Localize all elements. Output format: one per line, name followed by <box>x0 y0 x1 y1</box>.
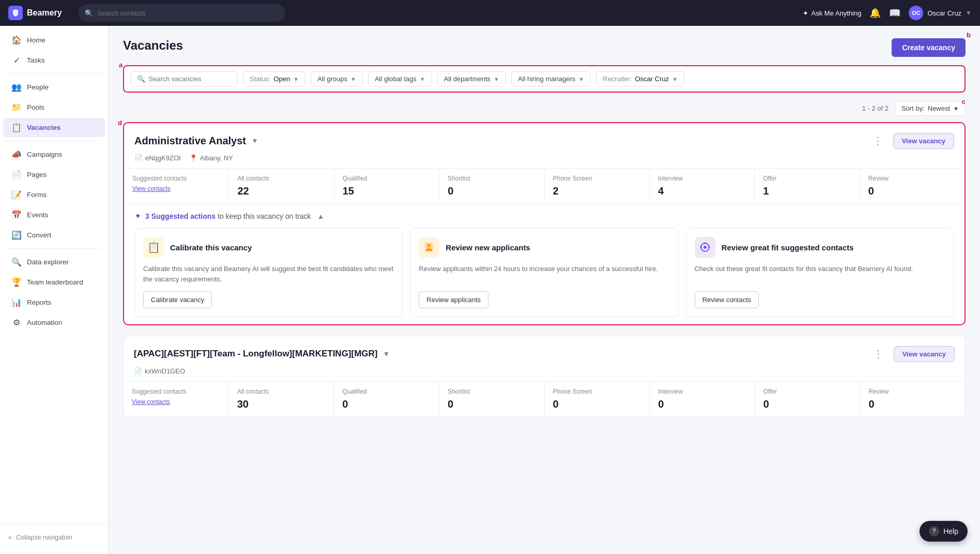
status-filter[interactable]: Status: Open ▼ <box>243 71 305 86</box>
v2-stats-cell-all: All contacts 30 <box>229 382 334 416</box>
offer-value: 1 <box>763 185 851 197</box>
vacancy1-location: Albany, NY <box>200 154 233 162</box>
vacancy2-more-button[interactable]: ⋮ <box>869 346 887 362</box>
chevron-down-icon: ▼ <box>494 76 499 82</box>
suggested-actions-header: ✦ 3 Suggested actions to keep this vacan… <box>134 211 954 221</box>
sidebar-divider-1 <box>6 73 102 74</box>
groups-filter[interactable]: All groups ▼ <box>311 71 363 86</box>
page-title: Vacancies <box>123 38 183 53</box>
svg-point-1 <box>427 244 431 247</box>
layout: 🏠 Home ✓ Tasks 👥 People 📁 Pools 📋 Vacanc… <box>0 26 980 554</box>
suggested-actions-title: 3 Suggested actions to keep this vacancy… <box>145 212 311 220</box>
chevron-up-icon[interactable]: ▲ <box>317 212 325 220</box>
review-applicants-button[interactable]: Review applicants <box>419 291 488 308</box>
stats-cell-offer: Offer 1 <box>755 169 860 203</box>
vacancy1-id: eNqgK9ZOI <box>145 154 181 162</box>
navbar-logo[interactable]: Beamery <box>8 6 70 20</box>
search-vacancies-input[interactable] <box>148 75 231 83</box>
calibrate-vacancy-button[interactable]: Calibrate vacancy <box>143 291 212 308</box>
sidebar-item-reports[interactable]: 📊 Reports <box>3 293 105 312</box>
sidebar-item-events[interactable]: 📅 Events <box>3 205 105 224</box>
sidebar: 🏠 Home ✓ Tasks 👥 People 📁 Pools 📋 Vacanc… <box>0 26 109 554</box>
sidebar-item-convert[interactable]: 🔄 Convert <box>3 226 105 245</box>
actions-grid: 📋 Calibrate this vacancy Calibrate this … <box>134 228 954 317</box>
v2-offer-value: 0 <box>763 398 852 410</box>
tags-filter[interactable]: All global tags ▼ <box>368 71 432 86</box>
vacancy1-view-button[interactable]: View vacancy <box>893 133 954 149</box>
collapse-navigation-button[interactable]: « Collapse navigation <box>0 529 108 546</box>
home-icon: 🏠 <box>11 35 22 45</box>
stats-cell-all: All contacts 22 <box>229 169 334 203</box>
sidebar-item-home[interactable]: 🏠 Home <box>3 31 105 50</box>
ask-me-anything-button[interactable]: ✦ Ask Me Anything <box>803 9 862 17</box>
search-vacancies-container: 🔍 <box>130 71 238 86</box>
recruiter-filter[interactable]: Recruiter: Oscar Cruz ▼ <box>596 71 684 86</box>
vacancies-icon: 📋 <box>11 123 22 132</box>
v2-interview-label: Interview <box>658 388 746 395</box>
interview-label: Interview <box>658 175 746 182</box>
v2-all-contacts-label: All contacts <box>237 388 326 395</box>
departments-label: All departments <box>444 75 491 83</box>
document-icon: 📄 <box>134 367 142 375</box>
sidebar-item-team-leaderboard[interactable]: 🏆 Team leaderboard <box>3 273 105 292</box>
sidebar-item-vacancies[interactable]: 📋 Vacancies <box>3 118 105 137</box>
automation-icon: ⚙ <box>11 318 22 327</box>
all-contacts-label: All contacts <box>237 175 325 182</box>
shortlist-value: 0 <box>448 185 535 197</box>
vacancy2-view-button[interactable]: View vacancy <box>894 346 955 362</box>
status-value: Open <box>273 75 290 83</box>
sidebar-item-pools[interactable]: 📁 Pools <box>3 98 105 117</box>
hiring-managers-label: All hiring managers <box>518 75 575 83</box>
sidebar-item-campaigns[interactable]: 📣 Campaigns <box>3 145 105 164</box>
departments-filter[interactable]: All departments ▼ <box>437 71 506 86</box>
search-contacts-input[interactable] <box>79 4 285 22</box>
hiring-managers-filter[interactable]: All hiring managers ▼ <box>511 71 591 86</box>
review-applicants-desc: Review applicants within 24 hours to inc… <box>419 264 669 284</box>
tasks-icon: ✓ <box>11 55 22 65</box>
v2-qualified-value: 0 <box>342 398 431 410</box>
sidebar-item-data-explorer[interactable]: 🔍 Data explorer <box>3 252 105 272</box>
review-contacts-title: Review great fit suggested contacts <box>722 243 854 252</box>
chevron-down-icon[interactable]: ▼ <box>251 137 258 145</box>
navbar-logo-text: Beamery <box>27 8 62 18</box>
bookmark-icon[interactable]: 📖 <box>889 7 900 19</box>
help-button[interactable]: ? Help <box>920 521 968 542</box>
v2-all-contacts-value: 30 <box>237 398 326 410</box>
action-card-review-contacts: Review great fit suggested contacts Chec… <box>686 228 954 317</box>
v2-offer-label: Offer <box>763 388 852 395</box>
v2-stats-cell-interview: Interview 0 <box>650 382 755 416</box>
sidebar-item-people[interactable]: 👥 People <box>3 78 105 97</box>
view-contacts-link-2[interactable]: View contacts <box>132 398 220 406</box>
review-contacts-icon <box>695 237 715 258</box>
status-label: Status: <box>250 75 270 83</box>
sort-button[interactable]: Sort by: Newest ▼ <box>895 101 966 116</box>
sidebar-item-tasks[interactable]: ✓ Tasks <box>3 51 105 70</box>
v2-interview-value: 0 <box>658 398 746 410</box>
vacancy1-more-button[interactable]: ⋮ <box>868 132 887 149</box>
v2-stats-cell-offer: Offer 0 <box>755 382 861 416</box>
notification-icon[interactable]: 🔔 <box>869 7 881 19</box>
navbar-right: ✦ Ask Me Anything 🔔 📖 OC Oscar Cruz ▼ <box>803 6 972 20</box>
sidebar-item-label: Team leaderboard <box>27 278 83 286</box>
sidebar-item-automation[interactable]: ⚙ Automation <box>3 313 105 332</box>
interview-value: 4 <box>658 185 746 197</box>
v2-phone-screen-label: Phone Screen <box>553 388 641 395</box>
sidebar-item-label: Reports <box>27 298 51 306</box>
v2-stats-cell-review: Review 0 <box>860 382 965 416</box>
vacancy1-title: Administrative Analyst <box>134 135 246 147</box>
beamery-logo-icon <box>8 6 23 20</box>
chevron-down-icon[interactable]: ▼ <box>383 350 390 358</box>
sidebar-item-label: Data explorer <box>27 258 69 266</box>
svg-point-6 <box>700 246 702 248</box>
sidebar-item-forms[interactable]: 📝 Forms <box>3 185 105 204</box>
sidebar-item-pages[interactable]: 📄 Pages <box>3 165 105 184</box>
campaigns-icon: 📣 <box>11 149 22 159</box>
review-contacts-button[interactable]: Review contacts <box>695 291 759 308</box>
user-menu[interactable]: OC Oscar Cruz ▼ <box>909 6 972 20</box>
action-card-review-contacts-top: Review great fit suggested contacts <box>695 237 945 258</box>
create-vacancy-button[interactable]: Create vacancy <box>892 38 966 57</box>
view-contacts-link-1[interactable]: View contacts <box>132 185 220 192</box>
sidebar-item-label: Forms <box>27 191 47 199</box>
svg-point-5 <box>708 246 710 248</box>
data-explorer-icon: 🔍 <box>11 257 22 267</box>
